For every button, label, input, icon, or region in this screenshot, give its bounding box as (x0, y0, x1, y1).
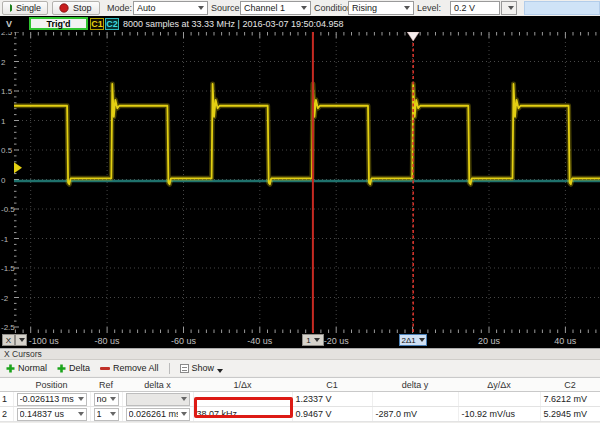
remove-all-cursors-button[interactable]: Remove All (100, 363, 159, 373)
chevron-down-icon (181, 412, 187, 416)
chevron-down-icon (508, 6, 514, 10)
sample-info-text: 8000 samples at 33.33 MHz | 2016-03-07 1… (123, 19, 344, 29)
y-axis-tick-label: 1.5 (1, 87, 13, 96)
x-cursors-panel: X Cursors Normal Delta Remove All Show (0, 348, 600, 423)
list-icon (180, 364, 189, 373)
y-axis-tick-label: 2 (1, 58, 6, 67)
scope-display[interactable]: 2.521.510.50-0.5-1-1.5-2-2.5 X -100 us-8… (0, 32, 600, 348)
condition-value: Rising (352, 3, 401, 13)
annotation-highlight-box (194, 397, 293, 418)
ref-select-1[interactable]: none (94, 393, 119, 406)
col-c2: C2 (540, 378, 600, 392)
x-axis-tick-label: 40 us (545, 336, 585, 346)
source-select[interactable]: Channel 1 (240, 1, 311, 15)
show-button-label: Show (192, 363, 215, 373)
single-button-label: Single (16, 3, 41, 13)
y-axis-tick-label: 0 (1, 176, 6, 185)
x-axis-tick-label: 20 us (469, 336, 509, 346)
y-axis-tick-label: -1.5 (1, 264, 15, 273)
show-menu-button[interactable]: Show (180, 363, 224, 373)
chevron-down-icon (19, 338, 25, 342)
chevron-down-icon (78, 397, 84, 401)
top-toolbar: Single Stop Mode: Auto Source: Channel 1… (0, 0, 600, 16)
cursors-table: Position Ref delta x 1/Δx C1 delta y Δy/… (0, 377, 600, 422)
y-axis-tick-label: 2.5 (1, 32, 13, 37)
stop-icon (59, 3, 69, 13)
y-axis-unit: V (6, 19, 12, 29)
row-number: 2 (0, 407, 13, 422)
col-delta-x: delta x (122, 378, 193, 392)
trigger-status-badge: Trig'd (29, 17, 88, 30)
x-axis-strip: X -100 us-80 us-60 us-40 us-20 us20 us40… (0, 333, 600, 348)
col-dy-dx: Δy/Δx (458, 378, 540, 392)
ref-select-2[interactable]: 1 (94, 408, 119, 421)
cursor-flag-2[interactable]: 2Δ1 (399, 334, 427, 346)
c2-value-2: 5.2945 mV (540, 407, 600, 422)
dy-dx-value-2: -10.92 mV/us (458, 407, 540, 422)
level-input[interactable]: 0.2 V (450, 1, 500, 15)
y-axis-tick-label: -2.5 (1, 323, 15, 332)
channel2-badge[interactable]: C2 (105, 18, 119, 30)
single-button[interactable]: Single (2, 1, 48, 15)
delta-x-select-1 (126, 393, 190, 406)
add-delta-cursor-button[interactable]: Delta (57, 363, 90, 373)
delta-y-value-1 (372, 392, 458, 407)
chevron-down-icon (314, 338, 320, 342)
mode-label: Mode: (107, 3, 132, 13)
x-axis-tick-label: -100 us (29, 336, 59, 346)
source-value: Channel 1 (244, 3, 298, 13)
cursor-row-2: 2 0.14837 us 1 0.026261 ms 38.07 kHz 0.9… (0, 407, 600, 422)
level-label: Level: (417, 3, 441, 13)
condition-select[interactable]: Rising (348, 1, 414, 15)
waveform-plot[interactable]: 2.521.510.50-0.5-1-1.5-2-2.5 (0, 32, 600, 333)
status-bar: V Trig'd C1 C2 8000 samples at 33.33 MHz… (0, 16, 600, 32)
toolbar-separator (169, 363, 170, 374)
c1-value-1: 1.2337 V (292, 392, 372, 407)
mode-select[interactable]: Auto (133, 1, 208, 15)
col-c1: C1 (292, 378, 372, 392)
panel-title: X Cursors (0, 349, 600, 360)
delta-button-label: Delta (69, 363, 90, 373)
table-header-row: Position Ref delta x 1/Δx C1 delta y Δy/… (0, 378, 600, 392)
cursor-row-1: 1 -0.026113 ms none 1.2337 V 7.6212 mV (0, 392, 600, 407)
dy-dx-value-1 (458, 392, 540, 407)
mode-value: Auto (137, 3, 195, 13)
remove-all-button-label: Remove All (113, 363, 159, 373)
chevron-down-icon (301, 6, 307, 10)
delta-y-value-2: -287.0 mV (372, 407, 458, 422)
single-run-icon (9, 3, 12, 13)
chevron-down-icon (78, 412, 84, 416)
chevron-down-icon (419, 338, 425, 342)
cursor-flag-1[interactable]: 1 (302, 334, 324, 346)
x-axis-dropdown-button[interactable] (15, 334, 27, 346)
level-dropdown-button[interactable] (501, 1, 517, 15)
chevron-down-icon (110, 397, 116, 401)
position-select-1[interactable]: -0.026113 ms (17, 393, 87, 406)
y-axis-tick-label: -1 (1, 235, 9, 244)
x-axis-tick-label: -40 us (240, 336, 280, 346)
level-value: 0.2 V (454, 3, 475, 13)
chevron-down-icon (110, 412, 116, 416)
x-axis-tick-label: -80 us (87, 336, 127, 346)
c1-value-2: 0.9467 V (292, 407, 372, 422)
delta-x-select-2[interactable]: 0.026261 ms (126, 408, 190, 421)
channel1-badge[interactable]: C1 (90, 18, 104, 30)
y-axis-tick-label: -0.5 (1, 205, 15, 214)
chevron-down-icon (181, 397, 187, 401)
col-inv-dx: 1/Δx (193, 378, 292, 392)
stop-button[interactable]: Stop (52, 1, 100, 15)
add-normal-cursor-button[interactable]: Normal (6, 363, 47, 373)
c2-value-1: 7.6212 mV (540, 392, 600, 407)
col-delta-y: delta y (372, 378, 458, 392)
y-axis-tick-label: -2 (1, 294, 9, 303)
y-axis-tick-label: 0.5 (1, 146, 13, 155)
trigger-position-icon (407, 32, 419, 41)
position-select-2[interactable]: 0.14837 us (17, 408, 87, 421)
status-strip (524, 1, 600, 15)
minus-icon (100, 364, 110, 373)
plus-icon (57, 364, 66, 373)
plus-icon (6, 364, 15, 373)
source-label: Source: (211, 3, 242, 13)
normal-button-label: Normal (18, 363, 47, 373)
x-axis-button[interactable]: X (2, 334, 15, 346)
